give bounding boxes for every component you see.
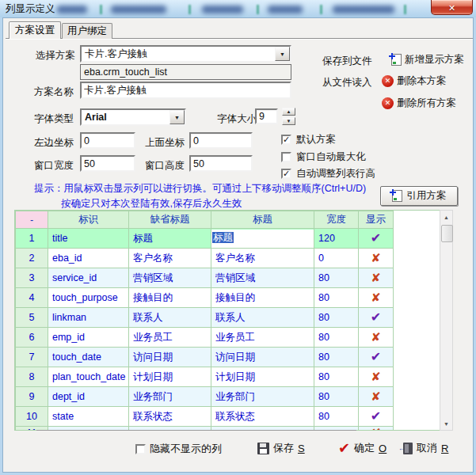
cell-title[interactable]: 联系状态 — [211, 407, 314, 427]
cell-row-number[interactable]: 4 — [16, 288, 48, 308]
cell-id[interactable]: eba_id — [48, 249, 129, 268]
font-type-combobox[interactable]: Arial ▼ — [80, 108, 186, 126]
table-row[interactable]: 3service_id营销区域营销区域80✘ — [16, 268, 394, 288]
cell-id[interactable]: emp_id — [48, 328, 129, 348]
cell-row-number[interactable]: 3 — [16, 268, 48, 288]
left-coord-input[interactable] — [80, 132, 135, 149]
cell-title[interactable]: 接触目的 — [211, 288, 314, 308]
table-row[interactable]: 4touch_purpose接触目的接触目的80✘ — [16, 288, 394, 308]
cell-visible[interactable]: ✘ — [359, 427, 394, 431]
font-size-spin-down[interactable]: ▼ — [282, 117, 295, 125]
cell-id[interactable]: touch_purpose — [48, 288, 129, 308]
cell-visible[interactable]: ✘ — [359, 288, 394, 308]
font-size-spin-up[interactable]: ▲ — [282, 108, 295, 116]
cell-default-title[interactable]: 联系人 — [129, 308, 211, 328]
cell-width[interactable]: 80 — [314, 387, 359, 407]
close-button[interactable]: ✕ — [431, 0, 473, 15]
cell-id[interactable]: state — [48, 407, 129, 427]
delete-scheme-button[interactable]: ✕ 删除本方案 — [382, 74, 447, 88]
save-to-file-link[interactable]: 保存到文件 — [322, 55, 372, 68]
cell-row-number[interactable]: 1 — [16, 229, 48, 249]
cell-title[interactable]: 业务部门 — [211, 387, 314, 407]
checkbox[interactable]: ✓ — [281, 135, 291, 145]
title-edit-cell[interactable]: 标题 — [211, 230, 314, 248]
titlebar[interactable]: 列显示定义 ✕ — [0, 0, 476, 17]
option-default-scheme[interactable]: ✓ 默认方案 — [281, 133, 336, 146]
cell-default-title[interactable]: 计划日期 — [129, 367, 211, 387]
cell-visible[interactable]: ✘ — [359, 249, 394, 268]
scroll-up-icon[interactable]: ▲ — [440, 211, 452, 223]
cell-default-title[interactable]: 访问日期 — [129, 348, 211, 367]
cell-width[interactable]: 120 — [314, 229, 359, 249]
cell-row-number[interactable]: 7 — [16, 348, 48, 367]
hide-hidden-columns-checkbox[interactable]: 隐藏不显示的列 — [135, 442, 222, 456]
cell-width[interactable]: 0 — [314, 249, 359, 268]
cell-id[interactable]: service_id — [48, 268, 129, 288]
scroll-down-icon[interactable]: ▼ — [440, 417, 452, 430]
checkbox[interactable] — [281, 152, 291, 162]
cell-visible[interactable]: ✔ — [359, 348, 394, 367]
delete-all-schemes-button[interactable]: ✕ 删除所有方案 — [382, 97, 456, 110]
cell-title[interactable]: 联系人 — [211, 308, 314, 328]
cell-visible[interactable]: ✔ — [359, 229, 394, 249]
cell-default-title[interactable]: 营销区域 — [129, 268, 211, 288]
checkbox[interactable]: ✓ — [281, 169, 291, 179]
table-row[interactable]: 8plan_touch_date计划日期计划日期80✘ — [16, 367, 394, 387]
add-scheme-button[interactable]: 新增显示方案 — [391, 53, 464, 66]
font-size-input[interactable] — [255, 108, 278, 124]
option-auto-row-height[interactable]: ✓ 自动调整列表行高 — [281, 167, 375, 180]
table-row[interactable]: 10state联系状态联系状态80✔ — [16, 407, 394, 427]
grid-header-2[interactable]: 缺省标题 — [129, 211, 211, 229]
cell-row-number[interactable]: 10 — [16, 407, 48, 427]
cell-default-title[interactable]: 业务部门 — [129, 387, 211, 407]
cell-visible[interactable]: ✔ — [359, 308, 394, 328]
cell-default-title[interactable]: 客户名称 — [129, 249, 211, 268]
cell-width[interactable]: 80 — [314, 308, 359, 328]
cell-width[interactable]: 80 — [314, 328, 359, 348]
table-row[interactable]: 6emp_id业务员工业务员工80✘ — [16, 328, 394, 348]
cell-row-number[interactable]: 2 — [16, 249, 48, 268]
cell-row-number[interactable]: 6 — [16, 328, 48, 348]
table-row[interactable]: 1title标题标题120✔ — [16, 229, 394, 249]
cell-visible[interactable]: ✘ — [359, 328, 394, 348]
select-scheme-combobox[interactable]: 卡片.客户接触 ▼ — [80, 45, 291, 63]
cell-visible[interactable]: ✘ — [359, 268, 394, 288]
cell-default-title[interactable]: 业务员工 — [129, 328, 211, 348]
chevron-down-icon[interactable]: ▼ — [169, 110, 185, 124]
checkbox[interactable] — [135, 444, 146, 454]
cell-default-title[interactable]: 标题 — [129, 229, 211, 249]
cell-width[interactable]: 80 — [314, 348, 359, 367]
cell-visible[interactable]: ✘ — [359, 367, 394, 387]
cell-width[interactable]: 80 — [314, 407, 359, 427]
cell-title[interactable]: 营销区域 — [211, 268, 314, 288]
cell-title[interactable]: 标题 — [211, 229, 314, 249]
option-auto-maximize[interactable]: 窗口自动最大化 — [281, 150, 366, 164]
cell-row-number[interactable]: 5 — [16, 308, 48, 328]
table-row[interactable]: 9dept_id业务部门业务部门80✘ — [16, 387, 394, 407]
grid-header-4[interactable]: 宽度 — [314, 211, 359, 229]
cell-visible[interactable]: ✔ — [359, 407, 394, 427]
chevron-down-icon[interactable]: ▼ — [275, 47, 290, 61]
cell-row-number[interactable]: 9 — [16, 387, 48, 407]
table-row[interactable]: 2eba_id客户名称客户名称0✘ — [16, 249, 394, 268]
cell-default-title[interactable]: 接触目的 — [129, 288, 211, 308]
cancel-button[interactable]: 取消 R — [403, 441, 448, 455]
table-row[interactable]: 5linkman联系人联系人80✔ — [16, 308, 394, 328]
scrollbar-thumb[interactable] — [441, 225, 453, 242]
cell-width[interactable]: 80 — [314, 288, 359, 308]
grid-header-1[interactable]: 标识 — [48, 211, 129, 229]
cell-visible[interactable]: ✘ — [359, 387, 394, 407]
cell-row-number[interactable]: 8 — [16, 367, 48, 387]
cell-id[interactable]: touch_date — [48, 348, 129, 367]
table-row[interactable]: 7touch_date访问日期访问日期80✔ — [16, 348, 394, 367]
grid-header-3[interactable]: 标题 — [211, 211, 314, 229]
cell-title[interactable]: 业务员工 — [211, 328, 314, 348]
reference-scheme-button[interactable]: 引用方案 — [380, 186, 458, 206]
cell-default-title[interactable]: 联系状态 — [129, 407, 211, 427]
grid-header-0[interactable]: - — [16, 211, 48, 229]
top-coord-input[interactable] — [189, 132, 253, 149]
scheme-name-input[interactable] — [80, 82, 291, 99]
grid-vertical-scrollbar[interactable]: ▲ ▼ — [440, 210, 453, 431]
tab-scheme-settings[interactable]: 方案设置 — [9, 21, 61, 39]
tab-user-binding[interactable]: 用户绑定 — [62, 23, 112, 39]
